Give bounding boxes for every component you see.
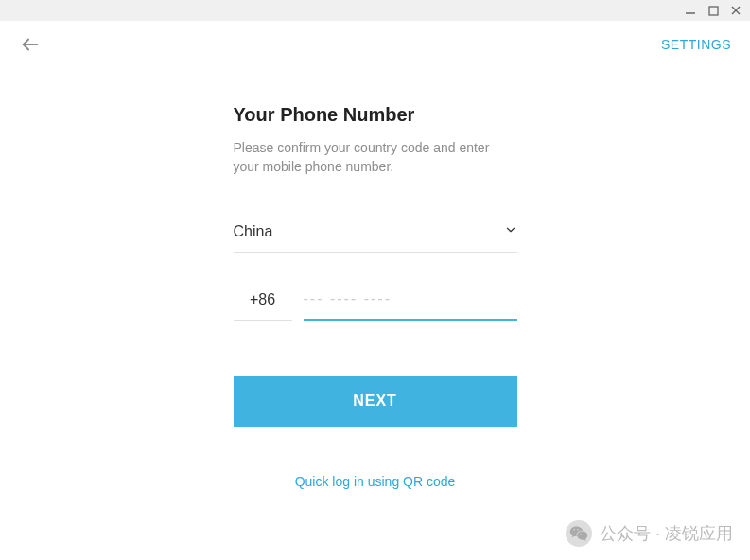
window-titlebar — [0, 0, 750, 21]
close-button[interactable] — [729, 4, 742, 17]
app-header: SETTINGS — [0, 21, 750, 68]
watermark-text: 公众号 · 凌锐应用 — [600, 522, 733, 545]
back-button[interactable] — [19, 33, 42, 56]
svg-rect-1 — [709, 7, 718, 15]
maximize-button[interactable] — [706, 4, 720, 17]
minimize-button[interactable] — [684, 4, 697, 17]
page-subtitle: Please confirm your country code and ent… — [234, 139, 517, 176]
wechat-icon — [566, 520, 592, 547]
phone-number-input[interactable] — [304, 290, 517, 321]
watermark: 公众号 · 凌锐应用 — [566, 520, 733, 547]
country-label: China — [234, 223, 273, 240]
page-title: Your Phone Number — [234, 104, 517, 126]
phone-row — [234, 290, 517, 321]
settings-link[interactable]: SETTINGS — [661, 37, 731, 52]
country-code-input[interactable] — [234, 290, 292, 321]
next-button[interactable]: NEXT — [234, 376, 517, 427]
login-form: Your Phone Number Please confirm your co… — [234, 104, 517, 489]
country-select[interactable]: China — [234, 223, 517, 253]
chevron-down-icon — [504, 223, 517, 240]
qr-login-link[interactable]: Quick log in using QR code — [234, 474, 517, 489]
